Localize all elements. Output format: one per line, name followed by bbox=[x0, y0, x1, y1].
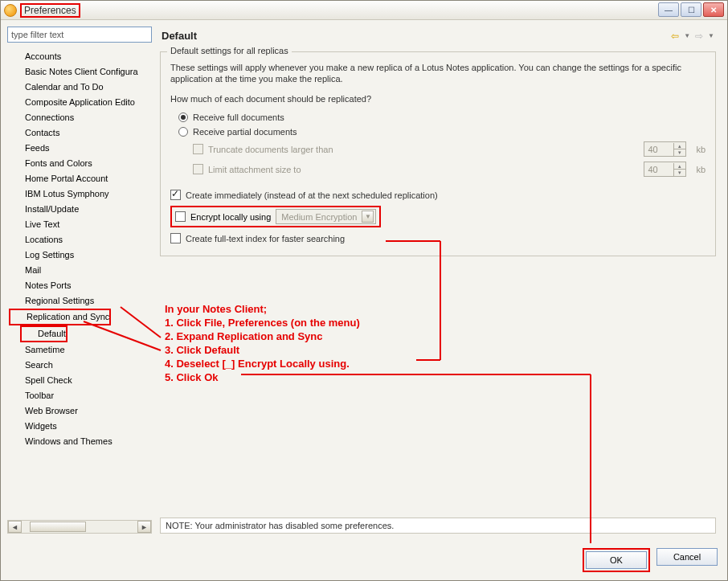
chevron-down-icon: ▼ bbox=[362, 211, 374, 223]
preferences-tree[interactable]: AccountsBasic Notes Client ConfiguraCale… bbox=[7, 46, 152, 517]
tree-item-mail[interactable]: Mail bbox=[7, 263, 152, 278]
create-immediately-checkbox[interactable] bbox=[170, 190, 181, 200]
tree-item-basic-notes-client-configura[interactable]: Basic Notes Client Configura bbox=[7, 64, 152, 80]
tree-item-sametime[interactable]: Sametime bbox=[7, 342, 152, 358]
instr-2: 2. Expand Replication and Sync bbox=[165, 329, 360, 343]
spin-up-icon: ▴ bbox=[674, 143, 685, 149]
radio-partial-label: Receive partial documents bbox=[193, 127, 297, 137]
spin-down-icon: ▾ bbox=[674, 149, 685, 156]
tree-item-install-update[interactable]: Install/Update bbox=[7, 202, 152, 217]
left-pane: AccountsBasic Notes Client ConfiguraCale… bbox=[7, 27, 152, 534]
radio-full-row[interactable]: Receive full documents bbox=[170, 110, 706, 125]
tree-item-log-settings[interactable]: Log Settings bbox=[7, 248, 152, 263]
limit-row: Limit attachment size to ▴▾ kb bbox=[170, 159, 706, 179]
tree-item-web-browser[interactable]: Web Browser bbox=[7, 403, 152, 419]
radio-full[interactable] bbox=[178, 113, 188, 122]
app-icon bbox=[4, 4, 17, 17]
instr-0: In your Notes Client; bbox=[165, 302, 360, 316]
spin-down-icon: ▾ bbox=[674, 170, 685, 176]
tree-item-feeds[interactable]: Feeds bbox=[7, 141, 152, 156]
limit-unit: kb bbox=[696, 165, 706, 174]
body-area: AccountsBasic Notes Client ConfiguraCale… bbox=[1, 20, 727, 540]
back-menu-icon[interactable]: ▼ bbox=[682, 32, 692, 39]
truncate-value bbox=[644, 145, 673, 154]
scroll-track[interactable] bbox=[22, 521, 137, 533]
ok-button[interactable]: OK bbox=[586, 551, 647, 569]
maximize-button[interactable]: ☐ bbox=[681, 2, 701, 17]
radio-partial[interactable] bbox=[178, 127, 188, 137]
tree-item-composite-application-edito[interactable]: Composite Application Edito bbox=[7, 95, 152, 110]
tree-item-live-text[interactable]: Live Text bbox=[7, 217, 152, 232]
tree-item-contacts[interactable]: Contacts bbox=[7, 125, 152, 141]
minimize-button[interactable]: ― bbox=[658, 2, 679, 17]
tree-hscrollbar[interactable]: ◄ ► bbox=[7, 520, 152, 534]
cancel-button[interactable]: Cancel bbox=[656, 548, 718, 566]
preferences-window: Preferences ― ☐ ✕ AccountsBasic Notes Cl… bbox=[0, 0, 728, 581]
radio-partial-row[interactable]: Receive partial documents bbox=[170, 125, 706, 139]
forward-icon[interactable]: ⇨ bbox=[693, 31, 705, 42]
encrypt-label: Encrypt locally using bbox=[190, 212, 271, 222]
default-settings-group: Default settings for all replicas These … bbox=[160, 51, 716, 256]
encrypt-value: Medium Encryption bbox=[281, 212, 357, 222]
close-button[interactable]: ✕ bbox=[703, 2, 724, 17]
create-immediately-row[interactable]: Create immediately (instead of at the ne… bbox=[170, 187, 706, 203]
nav-arrows: ⇦ ▼ ⇨ ▼ bbox=[669, 31, 716, 42]
tree-item-accounts[interactable]: Accounts bbox=[7, 49, 152, 64]
spin-up-icon: ▴ bbox=[674, 163, 685, 170]
instr-3: 3. Click Default bbox=[165, 343, 360, 357]
encrypt-checkbox[interactable] bbox=[175, 211, 186, 222]
tree-item-replication-and-sync[interactable]: Replication and Sync bbox=[9, 309, 111, 325]
forward-menu-icon[interactable]: ▼ bbox=[706, 32, 716, 39]
replication-question: How much of each document should be repl… bbox=[170, 94, 706, 104]
window-title: Preferences bbox=[20, 3, 80, 18]
tree-item-calendar-and-to-do[interactable]: Calendar and To Do bbox=[7, 80, 152, 95]
tree-item-connections[interactable]: Connections bbox=[7, 110, 152, 125]
right-pane: Default ⇦ ▼ ⇨ ▼ Default settings for all… bbox=[160, 27, 721, 534]
group-title: Default settings for all replicas bbox=[167, 46, 292, 55]
tree-item-toolbar[interactable]: Toolbar bbox=[7, 388, 152, 403]
back-icon[interactable]: ⇦ bbox=[669, 31, 681, 42]
tree-item-windows-and-themes[interactable]: Windows and Themes bbox=[7, 434, 152, 449]
encrypt-row-highlight: Encrypt locally using Medium Encryption … bbox=[170, 206, 381, 227]
truncate-checkbox bbox=[193, 144, 203, 154]
tree-item-home-portal-account[interactable]: Home Portal Account bbox=[7, 171, 152, 186]
tree-item-locations[interactable]: Locations bbox=[7, 232, 152, 248]
scroll-right-icon[interactable]: ► bbox=[137, 521, 151, 533]
instr-4: 4. Deselect [_] Encrypt Locally using. bbox=[165, 357, 360, 370]
truncate-spinner: ▴▾ bbox=[644, 141, 686, 157]
truncate-row: Truncate documents larger than ▴▾ kb bbox=[170, 139, 706, 159]
encrypt-dropdown: Medium Encryption ▼ bbox=[276, 209, 376, 224]
radio-full-label: Receive full documents bbox=[193, 113, 284, 122]
truncate-label: Truncate documents larger than bbox=[208, 145, 333, 154]
fulltext-label: Create full-text index for faster search… bbox=[186, 234, 345, 243]
tree-item-widgets[interactable]: Widgets bbox=[7, 419, 152, 434]
filter-input[interactable] bbox=[7, 27, 152, 43]
tree-item-ibm-lotus-symphony[interactable]: IBM Lotus Symphony bbox=[7, 186, 152, 202]
tree-item-spell-check[interactable]: Spell Check bbox=[7, 373, 152, 388]
scroll-left-icon[interactable]: ◄ bbox=[8, 521, 22, 533]
truncate-unit: kb bbox=[696, 145, 706, 154]
tree-item-default[interactable]: Default bbox=[20, 325, 67, 342]
limit-value bbox=[644, 165, 673, 174]
window-controls: ― ☐ ✕ bbox=[658, 2, 724, 17]
page-title: Default bbox=[162, 30, 197, 42]
titlebar: Preferences ― ☐ ✕ bbox=[1, 1, 727, 20]
group-description: These settings will apply whenever you m… bbox=[170, 62, 706, 84]
scroll-thumb[interactable] bbox=[30, 522, 86, 532]
fulltext-checkbox[interactable] bbox=[170, 233, 181, 243]
annotation-instructions: In your Notes Client; 1. Click File, Pre… bbox=[165, 302, 360, 384]
instr-1: 1. Click File, Preferences (on the menu) bbox=[165, 316, 360, 329]
limit-spinner: ▴▾ bbox=[644, 162, 686, 177]
limit-checkbox bbox=[193, 164, 203, 174]
limit-label: Limit attachment size to bbox=[208, 165, 301, 174]
button-bar: OK Cancel bbox=[1, 540, 727, 580]
fulltext-row[interactable]: Create full-text index for faster search… bbox=[170, 231, 706, 246]
ok-button-highlight: OK bbox=[583, 548, 650, 572]
instr-5: 5. Click Ok bbox=[165, 370, 360, 384]
tree-item-fonts-and-colors[interactable]: Fonts and Colors bbox=[7, 156, 152, 171]
create-immediately-label: Create immediately (instead of at the ne… bbox=[186, 190, 438, 200]
tree-item-notes-ports[interactable]: Notes Ports bbox=[7, 278, 152, 293]
tree-item-search[interactable]: Search bbox=[7, 358, 152, 373]
tree-item-regional-settings[interactable]: Regional Settings bbox=[7, 293, 152, 309]
admin-note: NOTE: Your administrator has disabled so… bbox=[160, 518, 716, 534]
